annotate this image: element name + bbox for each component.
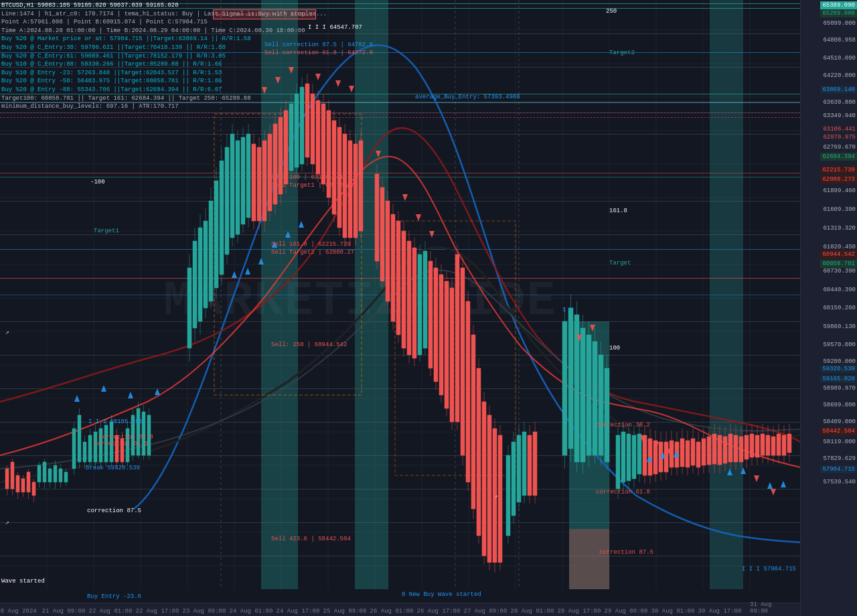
svg-rect-112 — [241, 137, 245, 224]
svg-rect-252 — [664, 442, 668, 472]
grid-h-6 — [0, 321, 800, 322]
grid-h-8 — [0, 388, 800, 389]
svg-rect-104 — [220, 161, 224, 275]
price-line-65289 — [0, 8, 800, 9]
svg-rect-294 — [777, 434, 781, 455]
time-27aug09: 27 Aug 09:00 — [464, 608, 508, 615]
chart-svg — [0, 0, 800, 603]
price-64220: 64220.000 — [823, 72, 856, 79]
svg-rect-80 — [121, 439, 124, 462]
svg-rect-180 — [434, 268, 438, 382]
arrow-mid-left: ↗ — [5, 328, 9, 336]
price-61319: 61319.320 — [823, 225, 856, 232]
svg-rect-234 — [616, 435, 620, 489]
avg-buy-entry: average_Buy_Entry: 57393.4988 — [415, 94, 520, 100]
grid-h-11 — [0, 489, 800, 489]
price-61899: 61899.460 — [823, 187, 856, 194]
svg-rect-136 — [305, 84, 309, 157]
svg-marker-324 — [402, 194, 408, 201]
svg-rect-74 — [104, 425, 108, 462]
price-line-target2 — [0, 52, 800, 53]
svg-rect-298 — [787, 434, 791, 453]
time-31aug09: 31 Aug 09:00 — [750, 601, 783, 615]
price-scale: 65389.090 65289.880 65099.000 64808.958 … — [800, 0, 857, 616]
svg-rect-212 — [522, 432, 526, 495]
signal-box-top: Sell correction 87.5 | 64782.6 — [213, 9, 316, 19]
svg-rect-114 — [246, 134, 250, 218]
svg-rect-92 — [187, 268, 191, 348]
grid-h-3 — [0, 134, 800, 135]
price-65099: 65099.000 — [823, 20, 856, 27]
arrow-mid-right: ↗ — [494, 492, 498, 500]
svg-rect-86 — [137, 408, 140, 455]
svg-marker-309 — [299, 221, 304, 228]
label-250: 250 — [606, 8, 617, 15]
svg-rect-148 — [337, 127, 341, 228]
price-63106: 63106.441 — [823, 126, 856, 133]
svg-rect-258 — [680, 439, 684, 467]
svg-rect-264 — [696, 442, 700, 467]
svg-marker-325 — [416, 214, 421, 221]
new-buy-wave-label: 0 New Buy Wave started — [402, 591, 481, 598]
price-62080: 62080.273 — [820, 175, 857, 183]
svg-marker-305 — [245, 268, 250, 275]
svg-rect-58 — [59, 469, 62, 482]
svg-rect-182 — [439, 275, 443, 395]
lv-label: I V — [562, 307, 573, 313]
svg-rect-172 — [412, 248, 416, 358]
price-63869: 63869.140 — [820, 86, 857, 94]
price-64808: 64808.958 — [823, 37, 856, 44]
grid-h-5 — [0, 234, 800, 235]
price-60858: 60858.781 — [820, 260, 857, 268]
svg-rect-134 — [300, 87, 304, 164]
svg-rect-184 — [445, 281, 449, 408]
price-58989: 58989.970 — [823, 385, 856, 392]
time-24aug01: 24 Aug 01:00 — [230, 608, 273, 615]
price-65389: 65389.090 — [820, 1, 857, 9]
svg-rect-170 — [407, 241, 411, 355]
price-line-59320 — [0, 249, 800, 250]
svg-rect-198 — [482, 402, 486, 556]
svg-rect-178 — [428, 261, 433, 368]
svg-rect-146 — [332, 121, 336, 214]
price-line-60858 — [0, 177, 800, 177]
svg-rect-110 — [236, 141, 240, 234]
svg-marker-331 — [667, 449, 672, 455]
svg-marker-302 — [128, 392, 133, 398]
svg-rect-37 — [395, 221, 516, 475]
svg-rect-256 — [675, 442, 679, 467]
svg-rect-176 — [423, 251, 427, 348]
svg-rect-68 — [88, 435, 92, 462]
price-line-62684 — [0, 94, 800, 94]
svg-rect-196 — [477, 368, 481, 536]
svg-rect-42 — [16, 475, 19, 492]
svg-rect-82 — [126, 429, 129, 462]
target1-label-left: Target1 — [94, 228, 119, 234]
time-20aug: 20 Aug 2024 — [0, 608, 37, 615]
svg-rect-138 — [311, 94, 315, 164]
wave-started-label: Wave started — [1, 578, 45, 585]
price-59570: 59570.000 — [823, 341, 856, 348]
svg-rect-56 — [54, 465, 57, 482]
svg-rect-108 — [230, 134, 234, 238]
price-59320: 59320.539 — [820, 365, 857, 373]
time-24aug17: 24 Aug 17:00 — [277, 608, 320, 615]
time-axis: 20 Aug 2024 21 Aug 09:00 22 Aug 01:00 22… — [0, 603, 800, 616]
svg-rect-54 — [48, 469, 52, 482]
price-59165: 59165.020 — [820, 375, 857, 383]
svg-rect-210 — [517, 435, 521, 502]
time-22aug17: 22 Aug 17:00 — [136, 608, 179, 615]
time-25aug09: 25 Aug 09:00 — [323, 608, 367, 615]
svg-rect-144 — [327, 110, 331, 198]
time-26aug01: 26 Aug 01:00 — [370, 608, 414, 615]
grid-h-1 — [0, 33, 800, 34]
target2-label: Target2 — [609, 50, 635, 56]
price-line-58442 — [0, 278, 800, 279]
price-60730: 60730.390 — [823, 268, 856, 275]
grid-h-2 — [0, 67, 800, 68]
time-28aug01: 28 Aug 01:00 — [511, 608, 554, 615]
svg-marker-333 — [771, 489, 776, 495]
price-58442: 58442.504 — [820, 427, 857, 435]
svg-rect-284 — [750, 434, 754, 457]
svg-rect-152 — [348, 141, 352, 238]
